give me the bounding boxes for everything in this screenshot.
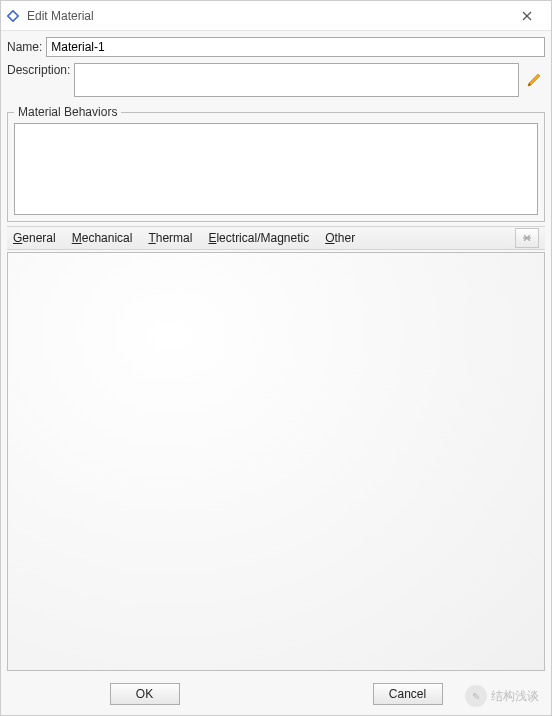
description-label: Description: [7, 63, 70, 77]
delete-icon [522, 233, 532, 243]
behavior-menubar: General Mechanical Thermal Electrical/Ma… [7, 226, 545, 250]
description-row: Description: [7, 63, 545, 97]
material-behaviors-group: Material Behaviors [7, 105, 545, 222]
menu-mechanical[interactable]: Mechanical [72, 231, 133, 245]
name-row: Name: [7, 37, 545, 57]
window-title: Edit Material [27, 9, 507, 23]
ok-button[interactable]: OK [110, 683, 180, 705]
pencil-icon [526, 72, 542, 88]
name-input[interactable] [46, 37, 545, 57]
titlebar: Edit Material [1, 1, 551, 31]
behavior-properties-area [7, 252, 545, 671]
description-input[interactable] [74, 63, 519, 97]
app-icon [5, 8, 21, 24]
name-label: Name: [7, 40, 42, 54]
dialog-body: Name: Description: Material Behaviors Ge… [1, 31, 551, 715]
edit-description-button[interactable] [523, 69, 545, 91]
cancel-button[interactable]: Cancel [373, 683, 443, 705]
menu-thermal[interactable]: Thermal [148, 231, 192, 245]
material-behaviors-list[interactable] [14, 123, 538, 215]
close-icon [522, 11, 532, 21]
dialog-footer: OK Cancel ✎ 结构浅谈 [7, 677, 545, 711]
edit-material-dialog: Edit Material Name: Description: Mate [0, 0, 552, 716]
close-button[interactable] [507, 2, 547, 30]
menu-other[interactable]: Other [325, 231, 355, 245]
delete-behavior-button[interactable] [515, 228, 539, 248]
menu-electrical[interactable]: Electrical/Magnetic [208, 231, 309, 245]
menu-general[interactable]: General [13, 231, 56, 245]
material-behaviors-legend: Material Behaviors [14, 105, 121, 119]
